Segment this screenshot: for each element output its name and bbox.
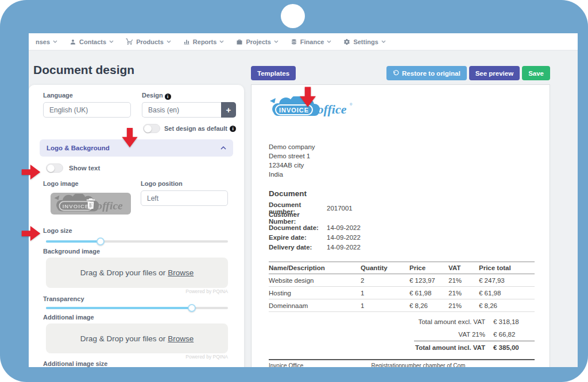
set-default-label: Set design as default	[164, 125, 227, 132]
field-row: Document date:14-09-2022	[269, 223, 361, 232]
templates-button[interactable]: Templates	[251, 66, 296, 80]
design-settings-card: Language English (UK) Design Basis (en) …	[29, 85, 244, 367]
footer-center-text: Registrationnumber chamber of Com	[371, 362, 465, 367]
restore-icon	[393, 70, 399, 76]
dropzone-text: Drag & Drop your files or	[80, 268, 166, 277]
annotation-arrow-logo-size	[21, 226, 41, 241]
table-row: Domeinnaam1€ 8,2621%€ 8,26	[269, 299, 535, 312]
logo-image-label: Logo image	[43, 180, 79, 187]
nav-label: Contacts	[79, 38, 106, 45]
invoice-footer: Invoice Office Registrationnumber chambe…	[269, 359, 535, 367]
slider-fill	[46, 307, 192, 309]
nav-item-expenses[interactable]: nses	[36, 38, 57, 45]
design-label: Design	[142, 92, 171, 100]
info-icon	[230, 126, 236, 132]
person-icon	[69, 38, 76, 45]
browse-link[interactable]: Browse	[168, 268, 194, 277]
camera-notch	[281, 4, 305, 28]
chevron-down-icon	[219, 40, 224, 43]
design-value: Basis (en)	[148, 106, 179, 114]
slider-knob[interactable]	[96, 237, 105, 245]
trash-icon[interactable]	[86, 198, 96, 209]
annotation-arrow-invoice-logo	[300, 87, 316, 107]
nav-item-projects[interactable]: Projects	[236, 38, 278, 45]
address-line: 1234AB city	[269, 161, 315, 170]
chevron-down-icon	[327, 40, 331, 43]
address-line: India	[269, 170, 315, 179]
button-label: Restore to original	[402, 70, 461, 77]
table-header-row: Name/DescriptionQuantityPriceVATPrice to…	[269, 262, 535, 274]
company-address: Demo company Demo street 1 1234AB city I…	[269, 142, 315, 179]
browse-link[interactable]: Browse	[168, 334, 194, 343]
additional-image-size-label: Additional image size	[43, 360, 107, 367]
logo-size-slider[interactable]	[46, 237, 228, 245]
nav-item-products[interactable]: Products	[126, 38, 171, 45]
annotation-arrow-show-text	[21, 165, 41, 180]
field-row: Delivery date:14-09-2022	[269, 242, 361, 252]
nav-item-reports[interactable]: Reports	[183, 38, 225, 45]
logo-image-preview[interactable]: INVOICE office	[51, 193, 131, 215]
design-select[interactable]: Basis (en)	[142, 102, 221, 118]
invoice-line-items-table: Name/DescriptionQuantityPriceVATPrice to…	[269, 262, 535, 312]
document-fields: Document number:2017001 Customer Number:…	[269, 203, 361, 252]
add-design-button[interactable]: +	[221, 102, 236, 118]
chevron-down-icon	[274, 40, 278, 43]
chevron-down-icon	[53, 40, 57, 43]
powered-by-label: Powered by PQINA	[46, 354, 228, 360]
app-window: nses Contacts Products Reports Projects …	[29, 33, 578, 367]
powered-by-label: Powered by PQINA	[46, 289, 228, 294]
chevron-down-icon	[381, 40, 386, 43]
transparency-label: Transparency	[43, 295, 84, 302]
cart-icon	[126, 38, 133, 45]
show-text-row: Show text	[46, 163, 100, 173]
additional-image-label: Additional image	[43, 314, 94, 321]
see-preview-button[interactable]: See preview	[469, 66, 520, 80]
nav-item-finance[interactable]: Finance	[291, 38, 332, 45]
svg-text:®: ®	[350, 103, 353, 106]
nav-item-settings[interactable]: Settings	[343, 38, 385, 45]
top-navbar: nses Contacts Products Reports Projects …	[29, 33, 578, 50]
transparency-slider[interactable]	[46, 304, 228, 312]
logo-position-select[interactable]: Left	[141, 190, 228, 206]
chevron-up-icon	[220, 146, 226, 150]
background-image-dropzone[interactable]: Drag & Drop your files or Browse	[46, 258, 228, 288]
set-default-toggle[interactable]	[143, 124, 160, 133]
nav-label: nses	[36, 38, 50, 45]
svg-text:office: office	[96, 199, 123, 212]
chevron-down-icon	[167, 40, 171, 43]
language-select[interactable]: English (UK)	[43, 102, 131, 118]
section-title: Logo & Background	[47, 145, 110, 151]
nav-label: Settings	[353, 38, 378, 45]
page-title: Document design	[33, 63, 134, 77]
slider-knob[interactable]	[188, 304, 196, 312]
field-row: Expire date:14-09-2022	[269, 232, 361, 242]
design-select-group: Basis (en) +	[142, 102, 236, 118]
additional-image-dropzone[interactable]: Drag & Drop your files or Browse	[46, 323, 228, 353]
svg-text:office: office	[318, 102, 347, 116]
annotation-arrow-logo-background	[119, 128, 140, 147]
footer-left-text: Invoice Office	[269, 362, 303, 367]
restore-to-original-button[interactable]: Restore to original	[386, 66, 467, 80]
logo-position-value: Left	[147, 194, 158, 202]
field-row: Customer Number:	[269, 213, 361, 223]
nav-label: Reports	[193, 38, 217, 45]
slider-fill	[46, 240, 100, 243]
show-text-label: Show text	[69, 165, 100, 171]
document-section-title: Document	[269, 189, 307, 198]
design-label-text: Design	[142, 92, 163, 99]
bar-chart-icon	[183, 38, 190, 45]
logo-position-label: Logo position	[141, 180, 183, 187]
info-icon	[165, 93, 171, 100]
save-button[interactable]: Save	[522, 66, 550, 80]
nav-label: Finance	[300, 38, 324, 45]
table-row: Hosting1€ 61,9821%€ 61,98	[269, 287, 535, 299]
svg-text:INVOICE: INVOICE	[279, 107, 309, 114]
nav-label: Products	[136, 38, 164, 45]
show-text-toggle[interactable]	[46, 163, 63, 173]
gear-icon	[343, 38, 350, 45]
toolbar-right: Restore to original See preview Save	[386, 66, 550, 80]
briefcase-icon	[236, 38, 243, 45]
nav-item-contacts[interactable]: Contacts	[69, 38, 114, 45]
language-label: Language	[43, 92, 73, 99]
total-row-grand: Total amount incl. VAT€ 385,00	[269, 341, 535, 354]
